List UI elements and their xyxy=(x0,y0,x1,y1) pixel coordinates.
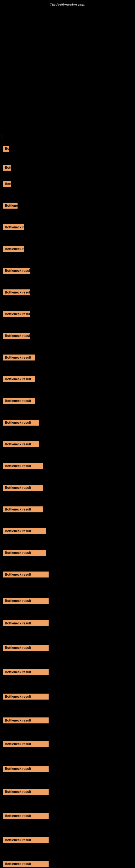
bottleneck-item[interactable]: Bottleneck result xyxy=(3,376,35,382)
bottleneck-item[interactable]: Bottleneck result xyxy=(3,669,49,675)
bottleneck-item[interactable]: Bottleneck result xyxy=(3,598,49,604)
bottleneck-item[interactable]: Bottleneck result xyxy=(3,333,30,339)
bottleneck-item[interactable]: Bottleneck result xyxy=(3,268,30,274)
bottleneck-item[interactable]: Bottleneck result xyxy=(3,203,17,209)
bottleneck-item[interactable]: Bottleneck result xyxy=(3,766,49,772)
bottleneck-item[interactable]: Bottleneck result xyxy=(3,693,49,700)
bottleneck-item[interactable]: Bottleneck result xyxy=(3,506,43,513)
bottleneck-item[interactable]: Bottleneck result xyxy=(3,354,35,361)
bottleneck-item[interactable]: Bottleneck result xyxy=(3,837,49,843)
bottleneck-item[interactable]: Bottleneck result xyxy=(3,246,24,252)
bottleneck-item[interactable]: Bottleneck result xyxy=(3,146,9,152)
bottleneck-item[interactable]: Bottleneck result xyxy=(3,485,43,491)
bottleneck-item[interactable]: Bottleneck result xyxy=(3,789,49,795)
bottleneck-item[interactable]: Bottleneck result xyxy=(3,861,49,867)
bottleneck-item[interactable]: Bottleneck result xyxy=(3,528,46,534)
bottleneck-item[interactable]: Bottleneck result xyxy=(3,571,49,578)
bottleneck-item[interactable]: Bottleneck result xyxy=(3,311,30,317)
bottleneck-item[interactable]: Bottleneck result xyxy=(3,181,11,187)
bottleneck-item[interactable]: Bottleneck result xyxy=(3,441,39,447)
bottleneck-item[interactable]: Bottleneck result xyxy=(3,645,49,651)
bottleneck-item[interactable]: Bottleneck result xyxy=(3,398,35,404)
bottleneck-item[interactable]: Bottleneck result xyxy=(3,550,46,556)
bottleneck-item[interactable]: Bottleneck result xyxy=(3,289,30,296)
site-title: TheBottlenecker.com xyxy=(0,0,135,8)
bottleneck-item[interactable]: Bottleneck result xyxy=(3,620,49,626)
bottleneck-item[interactable]: Bottleneck result xyxy=(3,224,24,230)
bottleneck-item[interactable]: Bottleneck result xyxy=(3,813,49,819)
bottleneck-item[interactable]: Bottleneck result xyxy=(3,165,11,170)
bottleneck-item[interactable]: Bottleneck result xyxy=(3,420,39,426)
bottleneck-item[interactable]: Bottleneck result xyxy=(3,717,49,723)
bottleneck-item[interactable]: Bottleneck result xyxy=(3,741,49,747)
cursor-line: | xyxy=(1,133,3,139)
bottleneck-item[interactable]: Bottleneck result xyxy=(3,463,43,469)
